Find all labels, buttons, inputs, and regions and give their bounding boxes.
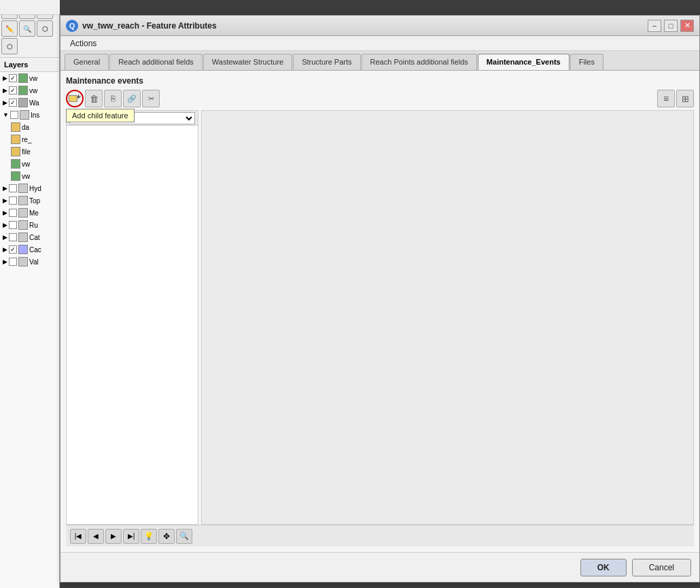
add-child-feature-button[interactable]: + <box>66 90 84 107</box>
layer-checkbox[interactable] <box>9 86 17 94</box>
layer-item[interactable]: re_ <box>0 133 59 145</box>
title-controls: − □ ✕ <box>648 20 694 32</box>
layer-label: Wa <box>29 99 39 107</box>
tab-general[interactable]: General <box>65 54 109 70</box>
layer-item[interactable]: vw <box>0 158 59 170</box>
layer-checkbox[interactable] <box>9 258 17 266</box>
tool5[interactable]: ⬡ <box>1 38 18 54</box>
layer-item[interactable]: file <box>0 145 59 158</box>
layer-checkbox[interactable] <box>9 99 17 107</box>
tab-files[interactable]: Files <box>570 54 603 70</box>
layer-icon <box>18 98 28 107</box>
unlink-feature-button[interactable]: ✂ <box>142 90 160 107</box>
layer-checkbox[interactable] <box>9 245 17 254</box>
nav-last-button[interactable]: ▶| <box>123 529 139 544</box>
expand-icon: ▶ <box>3 258 7 265</box>
layer-item[interactable]: da <box>0 121 59 133</box>
layer-item[interactable]: ▶ Top <box>0 194 59 207</box>
tabs-bar: General Reach additional fields Wastewat… <box>60 51 699 71</box>
nav-move-button[interactable]: ✥ <box>158 529 175 544</box>
expand-icon: ▶ <box>3 234 7 241</box>
expand-icon: ▶ <box>3 197 7 204</box>
nav-next-button[interactable]: ▶ <box>105 529 122 544</box>
layer-checkbox[interactable] <box>9 221 17 229</box>
layer-item[interactable]: ▶ Me <box>0 207 59 219</box>
layer-item[interactable]: ▶ Cat <box>0 231 59 243</box>
app-icon: Q <box>66 20 78 32</box>
layer-icon <box>20 110 29 120</box>
close-button[interactable]: ✕ <box>680 20 694 32</box>
layer-icon <box>18 73 28 83</box>
layer-icon <box>18 220 28 230</box>
dialog-title: vw_tww_reach - Feature Attributes <box>82 21 644 31</box>
delete-feature-button[interactable]: 🗑 <box>85 90 103 107</box>
move-icon: ✥ <box>163 532 170 541</box>
layer-checkbox[interactable] <box>9 184 17 192</box>
layer-item[interactable]: vw <box>0 170 59 182</box>
minimize-button[interactable]: − <box>648 20 661 32</box>
section-title: Maintenance events <box>66 76 694 86</box>
layer-item[interactable]: ▶ Ru <box>0 219 59 231</box>
tool2[interactable]: ✏️ <box>1 20 18 37</box>
layer-label: Ru <box>29 222 38 229</box>
left-panel-dropdown[interactable] <box>69 112 195 124</box>
expand-icon: ▶ <box>3 209 7 216</box>
tool3[interactable]: 🔍 <box>19 20 35 37</box>
layer-checkbox[interactable] <box>9 209 17 217</box>
layer-label: Cac <box>29 246 41 254</box>
layer-icon <box>11 135 20 144</box>
unlink-icon: ✂ <box>148 94 154 103</box>
layer-checkbox[interactable] <box>10 111 18 119</box>
tab-reach-points[interactable]: Reach Points additional fields <box>362 54 477 70</box>
expand-icon: ▶ <box>3 185 7 192</box>
tab-maintenance-events[interactable]: Maintenance_Events <box>478 54 570 70</box>
layer-item[interactable]: ▶ Cac <box>0 243 59 256</box>
footer: OK Cancel <box>60 552 699 582</box>
layer-item[interactable]: ▶ Val <box>0 256 59 268</box>
grid-view-button[interactable]: ⊞ <box>676 90 694 107</box>
maximize-button[interactable]: □ <box>664 20 678 32</box>
expand-icon: ▶ <box>3 246 7 253</box>
layer-item[interactable]: ▶ Hyd <box>0 182 59 194</box>
nav-prev-button[interactable]: ◀ <box>88 529 104 544</box>
tab-wastewater-structure[interactable]: Wastewater Structure <box>203 54 292 70</box>
layer-label: vw <box>22 160 30 168</box>
title-bar: Q vw_tww_reach - Feature Attributes − □ … <box>60 16 699 36</box>
layer-label: Me <box>29 209 39 217</box>
nav-search-button[interactable]: 🔍 <box>176 529 192 544</box>
layer-item[interactable]: ▶ Wa <box>0 97 59 109</box>
layer-label: Top <box>29 197 40 205</box>
list-view-button[interactable]: ≡ <box>657 90 675 107</box>
layer-item[interactable]: ▶ vw <box>0 84 59 97</box>
grid-view-icon: ⊞ <box>682 94 689 103</box>
layer-checkbox[interactable] <box>9 74 17 82</box>
layer-label: file <box>22 148 31 156</box>
nav-highlight-button[interactable]: 💡 <box>141 529 157 544</box>
nav-first-button[interactable]: |◀ <box>70 529 86 544</box>
layer-icon <box>18 208 28 218</box>
app-menu <box>0 0 60 15</box>
layer-checkbox[interactable] <box>9 196 17 205</box>
tab-reach-additional[interactable]: Reach additional fields <box>109 54 203 70</box>
cancel-button[interactable]: Cancel <box>632 559 691 576</box>
layer-label: Ins <box>31 111 39 119</box>
left-panel-header <box>67 111 198 126</box>
duplicate-feature-button[interactable]: ⎘ <box>104 90 122 107</box>
layers-heading: Layers <box>0 58 59 72</box>
tool4[interactable]: ⬡ <box>37 20 53 37</box>
expand-icon: ▼ <box>3 111 9 118</box>
layers-list: ▶ vw ▶ vw ▶ Wa ▼ Ins da re <box>0 72 59 588</box>
layer-item[interactable]: ▶ vw <box>0 72 59 84</box>
link-feature-button[interactable]: 🔗 <box>123 90 141 107</box>
menu-actions[interactable]: Actions <box>65 37 102 50</box>
nav-prev-icon: ◀ <box>93 532 99 540</box>
layer-item[interactable]: ▼ Ins <box>0 109 59 121</box>
dialog-window: Q vw_tww_reach - Feature Attributes − □ … <box>60 15 700 583</box>
left-sidebar: 📄 📂 ✏️ ✏️ 🔍 ⬡ ⬡ Layers ▶ vw ▶ vw ▶ Wa ▼ <box>0 0 60 588</box>
link-icon: 🔗 <box>127 94 137 103</box>
layer-checkbox[interactable] <box>9 233 17 241</box>
add-child-icon: + <box>69 93 81 104</box>
ok-button[interactable]: OK <box>580 559 627 576</box>
tab-structure-parts[interactable]: Structure Parts <box>293 54 360 70</box>
expand-icon: ▶ <box>3 99 7 106</box>
